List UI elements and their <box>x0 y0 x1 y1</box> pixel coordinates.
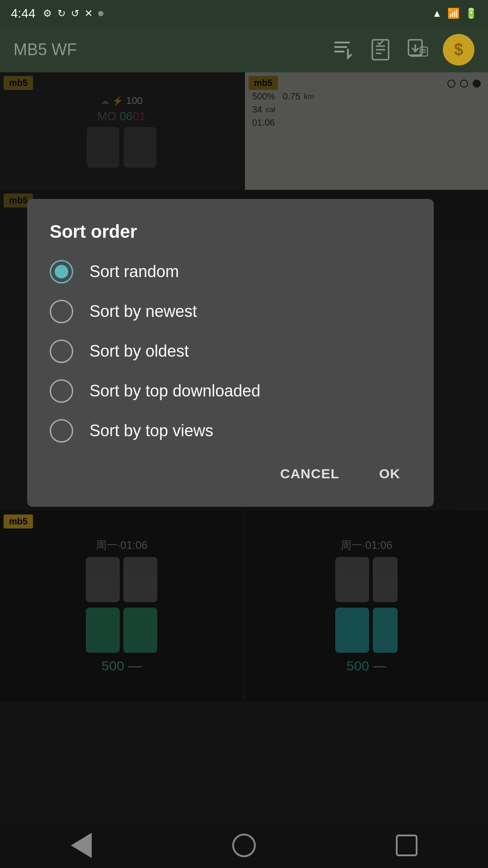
label-sort-random: Sort random <box>89 262 179 281</box>
status-left: 4:44 ⚙ ↻ ↺ ✕ <box>11 6 103 21</box>
home-icon <box>232 834 256 857</box>
dialog-title: Sort order <box>50 222 411 242</box>
navigation-bar <box>0 823 488 868</box>
sort-order-dialog: Sort order Sort random Sort by newest So… <box>27 199 434 507</box>
signal-icon: 📶 <box>447 8 460 19</box>
radio-sort-top-views[interactable] <box>50 419 73 443</box>
app-title: MB5 WF <box>14 40 332 59</box>
status-icons: ⚙ ↻ ↺ ✕ <box>43 8 103 19</box>
home-button[interactable] <box>226 827 262 863</box>
label-sort-oldest: Sort by oldest <box>89 342 189 361</box>
label-sort-top-downloaded: Sort by top downloaded <box>89 382 260 401</box>
status-right: ▲ 📶 🔋 <box>432 8 477 19</box>
dialog-actions: CANCEL OK <box>50 459 411 489</box>
radio-sort-top-downloaded[interactable] <box>50 379 73 403</box>
recents-button[interactable] <box>389 827 425 863</box>
option-sort-top-downloaded[interactable]: Sort by top downloaded <box>50 379 411 403</box>
download-icon[interactable] <box>406 38 429 61</box>
sync-icon: ↻ <box>57 8 66 19</box>
toolbar-actions: $ <box>332 34 474 66</box>
back-button[interactable] <box>63 827 99 863</box>
label-sort-newest: Sort by newest <box>89 302 197 321</box>
recents-icon <box>396 835 418 856</box>
back-icon <box>71 833 92 858</box>
radio-inner-sort-random <box>55 265 68 278</box>
coin-symbol: $ <box>454 40 463 59</box>
status-time: 4:44 <box>11 6 36 21</box>
radio-sort-newest[interactable] <box>50 300 73 323</box>
option-sort-oldest[interactable]: Sort by oldest <box>50 340 411 363</box>
radio-sort-oldest[interactable] <box>50 340 73 363</box>
radio-sort-random[interactable] <box>50 260 73 283</box>
option-sort-newest[interactable]: Sort by newest <box>50 300 411 323</box>
wifi-icon: ▲ <box>432 8 442 19</box>
cancel-button[interactable]: CANCEL <box>269 459 350 489</box>
crossed-icon: ✕ <box>84 8 93 19</box>
option-sort-top-views[interactable]: Sort by top views <box>50 419 411 443</box>
gear-icon: ⚙ <box>43 8 52 19</box>
option-sort-random[interactable]: Sort random <box>50 260 411 283</box>
coin-button[interactable]: $ <box>443 34 474 66</box>
ok-button[interactable]: OK <box>368 459 411 489</box>
sync-alt-icon: ↺ <box>71 8 79 19</box>
app-toolbar: MB5 WF $ <box>0 27 488 72</box>
label-sort-top-views: Sort by top views <box>89 421 213 440</box>
status-bar: 4:44 ⚙ ↻ ↺ ✕ ▲ 📶 🔋 <box>0 0 488 27</box>
checklist-icon[interactable] <box>369 38 392 61</box>
dot-icon <box>98 11 103 16</box>
sort-down-icon[interactable] <box>332 38 355 61</box>
battery-icon: 🔋 <box>465 8 477 19</box>
